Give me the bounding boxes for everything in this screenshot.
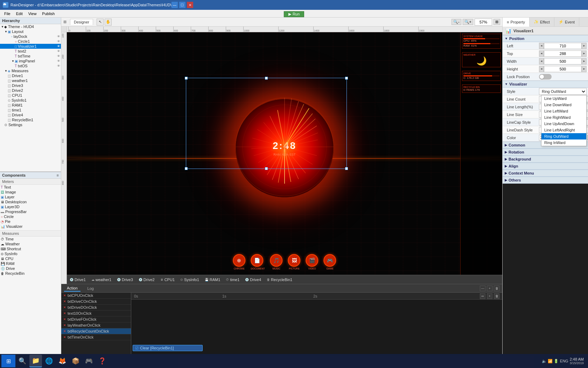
section-visualizer[interactable]: ▼ Visualizer — [503, 81, 588, 88]
visibility-icon[interactable]: 👁 — [57, 54, 60, 58]
zoom-input[interactable]: 57% — [475, 19, 492, 26]
left-inc-btn[interactable]: ► — [582, 43, 587, 49]
lock-position-toggle[interactable] — [539, 74, 552, 80]
opt-ring-inward[interactable]: Ring InWard — [541, 139, 586, 146]
comp-desktopicon[interactable]: 🖥 DesktopIcon — [0, 199, 61, 204]
action-layWeather[interactable]: ✕ layWeatherOnClick — [61, 322, 131, 328]
visibility-icon[interactable]: 👁 — [57, 35, 60, 38]
taskbar-search[interactable]: 🔍 — [16, 355, 29, 367]
app-icon-picture[interactable]: 🖼 — [288, 254, 301, 267]
timeline-entry[interactable]: ☑ Clear [RecycleBin1] — [133, 345, 203, 351]
menu-file[interactable]: File — [1, 11, 13, 16]
section-background[interactable]: ▶ Background — [503, 156, 588, 163]
app-icon-chrome[interactable]: ⊕ — [233, 254, 245, 267]
hand-tool[interactable]: ✋ — [105, 19, 112, 26]
comp-circle[interactable]: ○ Circle — [0, 214, 61, 219]
visibility-icon[interactable]: 👁 — [57, 40, 60, 43]
tree-cpu1[interactable]: ◫ CPU1 — [0, 93, 61, 98]
app-icon-game[interactable]: 🎮 — [324, 254, 336, 267]
timeline-prev[interactable]: ⇔ — [480, 293, 485, 299]
tab-event[interactable]: ⚡ Event — [554, 18, 579, 26]
section-contextmenu[interactable]: ▶ Context Menu — [503, 170, 588, 177]
style-dropdown[interactable]: Ring OutWard — [539, 88, 587, 95]
taskbar-fileexplorer[interactable]: 📁 — [29, 355, 42, 367]
tree-recyclebin1[interactable]: ◫ RecycleBin1 — [0, 117, 61, 122]
height-inc-btn[interactable]: ► — [582, 66, 587, 72]
width-dec-btn[interactable]: ◄ — [539, 58, 544, 64]
action-txtDriveF[interactable]: ✕ txtDriveFOnClick — [61, 316, 131, 322]
timeline-add[interactable]: + — [487, 293, 492, 299]
canvas-area[interactable]: 2:48 RAM: 61% EST — [67, 32, 502, 284]
comp-progressbar[interactable]: ▬ ProgressBar — [0, 209, 61, 214]
tab-property[interactable]: ≡ Property — [503, 18, 530, 27]
opt-line-rightward[interactable]: Line RightWard — [541, 114, 586, 121]
meas-recyclebin[interactable]: 🗑 RecycleBin — [0, 271, 61, 276]
tab-effect[interactable]: ✨ Effect — [530, 18, 554, 26]
action-txtRecycleCount[interactable]: ✕ txtRecycleCountOnClick — [61, 328, 131, 334]
tree-txtos[interactable]: T txtOS 👁 — [0, 63, 61, 68]
timeline-del[interactable]: 🗑 — [494, 293, 499, 299]
meas-drive[interactable]: 💿 Drive — [0, 266, 61, 271]
select-tool[interactable]: ↖ — [97, 19, 104, 26]
tree-sysinfo1[interactable]: ⊙ SysInfo1 — [0, 98, 61, 103]
meas-shortcut[interactable]: ⌨ Shortcut — [0, 246, 61, 251]
tab-action[interactable]: Action — [64, 285, 80, 292]
tree-drive2[interactable]: ◫ Drive2 — [0, 88, 61, 93]
grid-toggle[interactable]: ⊞ — [493, 19, 500, 25]
menu-publish[interactable]: Publish — [39, 11, 57, 16]
action-text10[interactable]: ✕ text10OnClick — [61, 311, 131, 316]
meas-cpu[interactable]: 🖥 CPU — [0, 256, 61, 261]
width-input[interactable] — [544, 58, 582, 64]
comp-layer3d[interactable]: ▣ Layer3D — [0, 204, 61, 209]
tree-drive3[interactable]: ◫ Drive3 — [0, 83, 61, 88]
add-log-button[interactable]: + — [487, 286, 492, 291]
opt-line-upward[interactable]: Line UpWard — [541, 95, 586, 102]
taskbar-edge[interactable]: 🌐 — [43, 355, 55, 367]
top-inc-btn[interactable]: ► — [582, 50, 587, 57]
timeline-entry-checkbox[interactable]: ☑ — [135, 346, 139, 350]
visibility-icon[interactable]: 👁 — [57, 49, 60, 53]
taskbar-firefox[interactable]: 🦊 — [56, 355, 69, 367]
height-dec-btn[interactable]: ◄ — [539, 66, 544, 72]
components-menu-icon[interactable]: ≡ — [57, 173, 59, 177]
delete-log-button[interactable]: 🗑 — [494, 286, 499, 291]
tree-imgpanel[interactable]: ▼ ▣ imgPanel 👁 — [0, 59, 61, 63]
opt-ring-outward[interactable]: Ring OutWard — [541, 133, 586, 139]
section-align[interactable]: ▶ Align — [503, 163, 588, 170]
tree-circle1[interactable]: ○ Circle1 👁 — [0, 39, 61, 44]
app-icon-video[interactable]: 🎬 — [306, 254, 318, 267]
tree-drive1[interactable]: ◫ Drive1 — [0, 73, 61, 78]
minimize-button[interactable]: — — [172, 2, 178, 8]
comp-visualizer[interactable]: 📊 Visualizer — [0, 224, 61, 229]
comp-image[interactable]: 🖼 Image — [0, 190, 61, 195]
meas-time[interactable]: ⏱ Time — [0, 237, 61, 241]
left-input[interactable] — [544, 43, 582, 49]
tree-weather1[interactable]: ◫ weather1 — [0, 78, 61, 83]
designer-tab[interactable]: Designer — [70, 19, 93, 25]
tree-measures[interactable]: ▼ ◈ Measures — [0, 68, 61, 73]
tree-theme[interactable]: ▼ ◆ Theme - HUD4 — [0, 24, 61, 29]
tree-layout[interactable]: ▼ ▣ Layout — [0, 29, 61, 34]
opt-line-leftandright[interactable]: Line LeftAndRight — [541, 127, 586, 133]
height-input[interactable] — [544, 66, 582, 72]
taskbar-help[interactable]: ❓ — [96, 355, 108, 367]
tree-ram1[interactable]: ◫ RAM1 — [0, 103, 61, 108]
taskbar-store[interactable]: 📦 — [69, 355, 82, 367]
top-input[interactable] — [544, 50, 582, 57]
section-rotation[interactable]: ▶ Rotation — [503, 149, 588, 156]
action-txtDriveC[interactable]: ✕ txtDriveCOnClick — [61, 299, 131, 305]
tray-time[interactable]: 2:48 AM 3/15/2019 — [570, 357, 584, 365]
opt-line-upanddown[interactable]: Line UpAndDown — [541, 121, 586, 127]
action-txtTime[interactable]: ✕ txtTimeOnClick — [61, 334, 131, 340]
meas-ram[interactable]: 💾 RAM — [0, 261, 61, 266]
menu-view[interactable]: View — [26, 11, 40, 16]
collapse-log-button[interactable]: — — [480, 286, 485, 291]
tree-txttime[interactable]: T txtTime 👁 — [0, 54, 61, 59]
visibility-icon[interactable]: 👁 — [57, 64, 60, 68]
opt-line-leftward[interactable]: Line LeftWard — [541, 108, 586, 114]
run-button[interactable]: ▶ Run — [284, 11, 304, 17]
tree-laydock[interactable]: ▫ layDock 👁 — [0, 34, 61, 39]
left-dec-btn[interactable]: ◄ — [539, 43, 544, 49]
tab-log[interactable]: Log — [85, 286, 97, 291]
visibility-icon[interactable]: 👁 — [57, 45, 60, 48]
